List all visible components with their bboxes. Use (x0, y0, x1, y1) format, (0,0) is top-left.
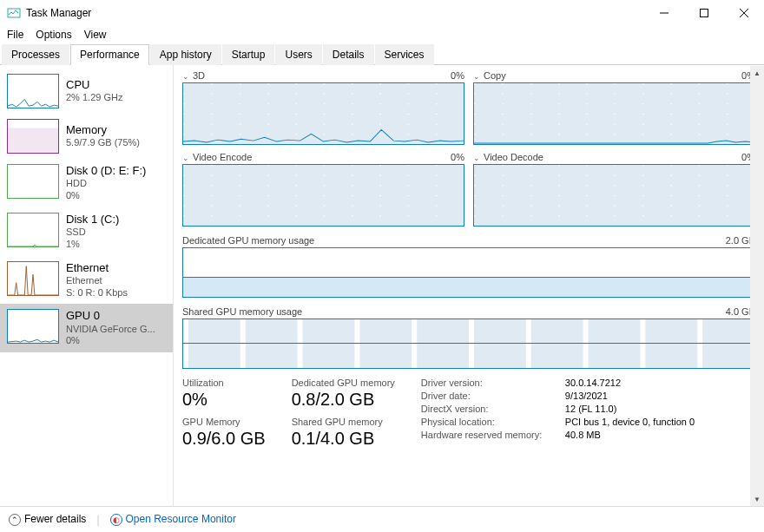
window-title: Task Manager (26, 7, 644, 19)
sgpu-label: Shared GPU memory (292, 417, 395, 427)
gpum-value: 0.9/6.0 GB (182, 429, 266, 449)
prop-v-3: PCI bus 1, device 0, function 0 (565, 417, 695, 427)
chart-3d-title[interactable]: 3D (193, 70, 205, 81)
ethernet-detail2: S: 0 R: 0 Kbps (66, 287, 128, 299)
minimize-button[interactable] (644, 0, 684, 26)
chart-vd-plot (473, 164, 755, 227)
sgpu-value: 0.1/4.0 GB (292, 429, 395, 449)
sgpu-plot (182, 319, 755, 369)
dgpu-label: Dedicated GPU memory (292, 378, 395, 388)
prop-k-0: Driver version: (421, 378, 560, 388)
menu-file[interactable]: File (7, 29, 23, 41)
chart-ve-title[interactable]: Video Encode (193, 152, 252, 162)
disk0-detail: HDD (66, 178, 146, 190)
memory-thumb (7, 119, 59, 154)
gpu0-detail2: 0% (66, 335, 155, 347)
chart-copy-plot (473, 82, 755, 145)
dgpu-title: Dedicated GPU memory usage (182, 235, 314, 246)
prop-v-0: 30.0.14.7212 (565, 378, 621, 388)
main-panel: ⌄3D0% ⌄Copy0% ⌄Video Encode0% ⌄Video Dec… (174, 65, 764, 506)
tab-processes[interactable]: Processes (2, 44, 69, 65)
util-value: 0% (182, 390, 266, 410)
chart-vd-title[interactable]: Video Decode (484, 152, 543, 162)
memory-detail: 5.9/7.9 GB (75%) (66, 137, 140, 149)
open-resource-monitor-link[interactable]: ◐Open Resource Monitor (110, 513, 236, 526)
disk1-detail: SSD (66, 227, 119, 239)
sidebar-item-disk1[interactable]: Disk 1 (C:)SSD1% (0, 207, 173, 256)
memory-title: Memory (66, 123, 140, 137)
disk0-title: Disk 0 (D: E: F:) (66, 164, 146, 178)
tabs: Processes Performance App history Startu… (0, 43, 764, 65)
chart-3d-pct: 0% (451, 70, 464, 81)
shared-gpu-memory-chart: Shared GPU memory usage4.0 GB (182, 306, 755, 369)
svg-rect-2 (701, 10, 708, 17)
sidebar-item-cpu[interactable]: CPU2% 1.29 GHz (0, 69, 173, 114)
disk1-detail2: 1% (66, 239, 119, 251)
sidebar-item-memory[interactable]: Memory5.9/7.9 GB (75%) (0, 114, 173, 159)
chart-ve-plot (182, 164, 464, 227)
chart-copy: ⌄Copy0% (473, 70, 755, 145)
gpu0-thumb (7, 309, 59, 344)
tab-startup[interactable]: Startup (222, 44, 275, 65)
chart-3d-plot (182, 82, 464, 145)
chevron-down-icon[interactable]: ⌄ (182, 154, 189, 162)
chart-copy-title[interactable]: Copy (484, 70, 506, 81)
close-button[interactable] (724, 0, 764, 26)
scroll-up-icon[interactable]: ▲ (750, 66, 764, 80)
disk1-title: Disk 1 (C:) (66, 213, 119, 227)
sidebar: CPU2% 1.29 GHz Memory5.9/7.9 GB (75%) Di… (0, 65, 174, 506)
prop-k-3: Physical location: (421, 417, 560, 427)
gpum-label: GPU Memory (182, 417, 266, 427)
dgpu-plot (182, 247, 755, 298)
sgpu-title: Shared GPU memory usage (182, 306, 302, 317)
cpu-detail: 2% 1.29 GHz (66, 92, 122, 104)
prop-v-4: 40.8 MB (565, 430, 601, 440)
disk0-thumb (7, 164, 59, 199)
menubar: File Options View (0, 26, 764, 43)
gpu0-detail: NVIDIA GeForce G... (66, 324, 155, 336)
sidebar-item-gpu0[interactable]: GPU 0NVIDIA GeForce G...0% (0, 304, 173, 352)
svg-rect-5 (8, 128, 58, 154)
chart-3d: ⌄3D0% (182, 70, 464, 145)
tab-app-history[interactable]: App history (150, 44, 221, 65)
scroll-down-icon[interactable]: ▼ (750, 492, 764, 506)
prop-k-1: Driver date: (421, 391, 560, 401)
dedicated-gpu-memory-chart: Dedicated GPU memory usage2.0 GB (182, 235, 755, 298)
ethernet-title: Ethernet (66, 261, 128, 275)
menu-view[interactable]: View (84, 29, 107, 41)
footer: ⌃Fewer details | ◐Open Resource Monitor (0, 506, 764, 532)
chart-video-decode: ⌄Video Decode0% (473, 152, 755, 227)
util-label: Utilization (182, 378, 266, 388)
prop-v-2: 12 (FL 11.0) (565, 404, 617, 414)
menu-options[interactable]: Options (36, 29, 71, 41)
sidebar-item-disk0[interactable]: Disk 0 (D: E: F:)HDD0% (0, 159, 173, 207)
scroll-track[interactable] (750, 80, 764, 492)
chevron-down-icon[interactable]: ⌄ (473, 154, 480, 162)
tab-details[interactable]: Details (323, 44, 374, 65)
tab-services[interactable]: Services (375, 44, 434, 65)
prop-k-2: DirectX version: (421, 404, 560, 414)
sidebar-item-ethernet[interactable]: EthernetEthernetS: 0 R: 0 Kbps (0, 256, 173, 305)
tab-performance[interactable]: Performance (70, 44, 149, 65)
chevron-down-icon[interactable]: ⌄ (182, 72, 189, 81)
chart-video-encode: ⌄Video Encode0% (182, 152, 464, 227)
prop-v-1: 9/13/2021 (565, 391, 608, 401)
tab-users[interactable]: Users (275, 44, 321, 65)
scrollbar[interactable]: ▲ ▼ (750, 66, 764, 506)
disk0-detail2: 0% (66, 190, 146, 202)
ethernet-thumb (7, 261, 59, 296)
chevron-down-icon[interactable]: ⌄ (473, 72, 480, 81)
app-icon (7, 6, 21, 20)
chevron-up-icon: ⌃ (9, 514, 21, 526)
dgpu-value: 0.8/2.0 GB (292, 390, 395, 410)
ethernet-detail: Ethernet (66, 275, 128, 287)
maximize-button[interactable] (684, 0, 724, 26)
cpu-thumb (7, 74, 59, 108)
chart-ve-pct: 0% (451, 152, 464, 162)
stats: Utilization 0% GPU Memory 0.9/6.0 GB Ded… (182, 378, 755, 454)
prop-k-4: Hardware reserved memory: (421, 430, 560, 440)
titlebar: Task Manager (0, 0, 764, 26)
cpu-title: CPU (66, 78, 122, 92)
fewer-details-button[interactable]: ⌃Fewer details (9, 513, 86, 526)
monitor-icon: ◐ (110, 514, 122, 526)
